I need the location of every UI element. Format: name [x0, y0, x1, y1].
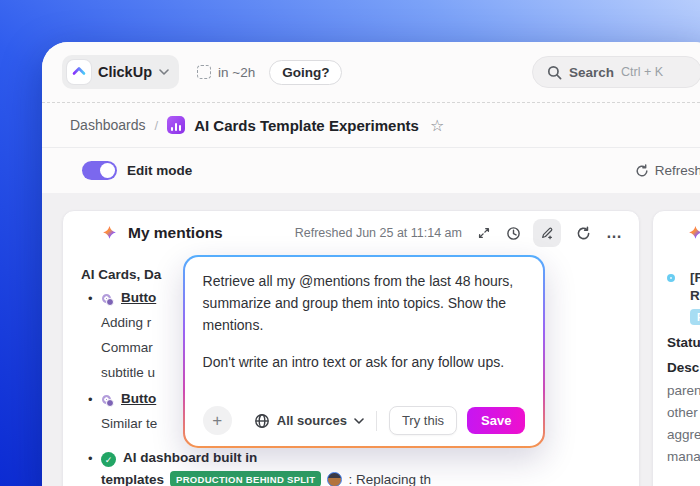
- card-title: My mentions: [128, 224, 223, 242]
- mention-detail-line: templates PRODUCTION BEHIND SPLIT : Repl…: [101, 471, 431, 486]
- globe-icon: [254, 413, 270, 429]
- edit-mode-bar: Edit mode Refresh: [42, 148, 700, 193]
- task-link[interactable]: [F: [690, 270, 700, 285]
- ai-sparkle-icon: [101, 225, 118, 242]
- edit-mode-toggle[interactable]: [82, 161, 117, 180]
- mentions-heading: AI Cards, Da: [81, 267, 161, 282]
- search-input[interactable]: Search Ctrl + K: [532, 56, 700, 88]
- chevron-down-icon: [159, 69, 169, 75]
- edit-prompt-icon[interactable]: [533, 219, 561, 247]
- add-button[interactable]: +: [203, 406, 232, 435]
- right-card: T [F Re P Statu Desc paren other aggre m…: [652, 210, 700, 486]
- check-circle-icon: ✓: [101, 452, 116, 467]
- mention-text: Similar te: [101, 416, 157, 431]
- sources-dropdown[interactable]: All sources: [254, 413, 364, 429]
- sources-label: All sources: [277, 413, 347, 428]
- refresh-card-icon[interactable]: [576, 226, 591, 241]
- schedule-indicator[interactable]: in ~2h: [197, 65, 255, 80]
- card-header: T: [653, 211, 700, 255]
- search-shortcut: Ctrl + K: [621, 65, 663, 79]
- body-text: mana: [667, 449, 700, 464]
- expand-icon[interactable]: [477, 226, 491, 240]
- top-toolbar: ClickUp in ~2h Going? Search Ctrl + K: [42, 42, 700, 103]
- card-header: My mentions Refreshed Jun 25 at 11:14 am: [63, 211, 639, 255]
- going-button[interactable]: Going?: [269, 60, 342, 85]
- selection-box-icon: [197, 65, 211, 79]
- task-link[interactable]: Re: [690, 288, 700, 303]
- page-title: AI Cards Template Experiments: [194, 117, 419, 134]
- refreshed-timestamp: Refreshed Jun 25 at 11:14 am: [295, 226, 462, 240]
- mention-text: : Replacing th: [348, 472, 431, 486]
- refresh-dashboard-button[interactable]: Refresh: [635, 163, 700, 178]
- workspace-switcher[interactable]: ClickUp: [62, 55, 179, 89]
- breadcrumb-separator: /: [155, 118, 159, 133]
- breadcrumb: Dashboards / AI Cards Template Experimen…: [42, 103, 700, 148]
- task-badge: P: [690, 309, 700, 325]
- prompt-paragraph-2: Don't write an intro text or ask for any…: [203, 351, 526, 373]
- body-text: other: [667, 405, 698, 420]
- edit-mode-label: Edit mode: [127, 163, 192, 178]
- history-icon[interactable]: [506, 226, 521, 241]
- mention-text: subtitle u: [101, 365, 155, 380]
- prompt-paragraph-1: Retrieve all my @mentions from the last …: [203, 270, 526, 337]
- save-button[interactable]: Save: [467, 407, 525, 434]
- bullet: •: [88, 451, 93, 466]
- mention-text: templates: [101, 472, 164, 486]
- schedule-label: in ~2h: [218, 65, 255, 80]
- body-text: paren: [667, 383, 700, 398]
- prompt-editor[interactable]: Retrieve all my @mentions from the last …: [185, 257, 544, 447]
- ai-sparkle-icon: [687, 225, 700, 242]
- status-donut-icon: [102, 294, 111, 303]
- task-status-icon: [667, 274, 675, 282]
- bullet: •: [88, 291, 93, 306]
- status-badge: PRODUCTION BEHIND SPLIT: [170, 471, 321, 486]
- status-donut-icon: [102, 395, 111, 404]
- mention-link[interactable]: Butto: [121, 391, 156, 406]
- chevron-down-icon: [354, 418, 364, 424]
- dashboard-icon: [167, 116, 185, 134]
- refresh-label: Refresh: [655, 163, 700, 178]
- try-this-button[interactable]: Try this: [389, 406, 457, 435]
- mention-text: Commar: [101, 340, 153, 355]
- mention-text: Adding r: [101, 315, 151, 330]
- ai-prompt-popup: Retrieve all my @mentions from the last …: [183, 255, 545, 448]
- search-icon: [547, 65, 562, 80]
- mention-link[interactable]: Butto: [121, 290, 156, 305]
- popup-footer: + All sources Try this Save: [203, 406, 526, 435]
- clickup-logo-icon: [67, 60, 91, 84]
- divider: [376, 411, 377, 431]
- favorite-star-icon[interactable]: ☆: [430, 116, 444, 135]
- field-label: Desc: [667, 360, 699, 375]
- breadcrumb-dashboards[interactable]: Dashboards: [70, 117, 146, 133]
- body-text: aggre: [667, 427, 700, 442]
- more-options-icon[interactable]: …: [606, 224, 623, 242]
- mention-title: AI dashboard built in: [123, 450, 257, 465]
- refresh-icon: [635, 164, 649, 178]
- search-label: Search: [569, 65, 614, 80]
- brand-name: ClickUp: [98, 64, 152, 80]
- avatar: [327, 472, 342, 486]
- bullet: •: [88, 392, 93, 407]
- field-label: Statu: [667, 335, 700, 350]
